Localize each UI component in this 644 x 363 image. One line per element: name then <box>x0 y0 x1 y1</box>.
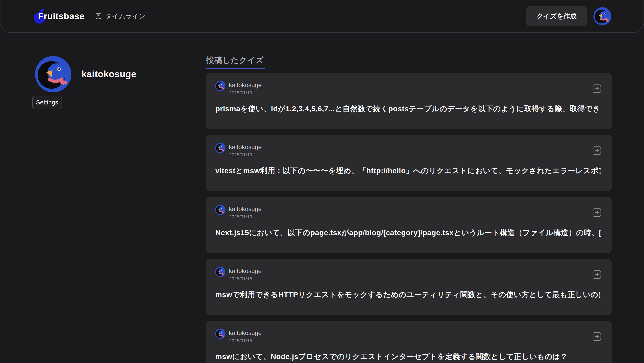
penguin-avatar-icon <box>594 7 611 25</box>
quiz-question-text: prismaを使い、idが1,2,3,4,5,6,7...と自然数で続くpost… <box>215 104 601 114</box>
card-author-name: kaitokosuge <box>229 268 262 275</box>
card-author-avatar <box>215 267 226 277</box>
quiz-list: kaitokosuge 2025/01/19 prismaを使い、idが1,2,… <box>206 73 612 363</box>
logo-text: Fruitsbase <box>38 11 84 21</box>
quiz-question-text: mswで利用できるHTTPリクエストをモックするためのユーティリティ関数と、その… <box>215 290 601 300</box>
card-date: 2025/01/15 <box>229 276 252 281</box>
quiz-question-text: Next.js15において、以下のpage.tsxがapp/blog/[cate… <box>215 228 601 238</box>
quiz-question-text: vitestとmsw利用：以下の〜〜〜を埋め、「http://hello」へのリ… <box>215 166 601 176</box>
profile-avatar <box>35 56 72 92</box>
card-author-avatar <box>215 205 226 215</box>
quiz-card[interactable]: kaitokosuge 2025/01/19 Next.js15において、以下の… <box>206 197 612 253</box>
quiz-card[interactable]: kaitokosuge 2025/01/15 mswにおいて、Node.jsプロ… <box>206 321 612 363</box>
profile-panel: kaitokosuge Settings <box>32 56 172 109</box>
logo[interactable]: Fruitsbase <box>33 0 84 33</box>
card-author-name: kaitokosuge <box>229 206 262 213</box>
open-quiz-arrow-icon[interactable] <box>592 146 601 155</box>
card-author-name: kaitokosuge <box>229 144 262 151</box>
quiz-card[interactable]: kaitokosuge 2025/01/19 vitestとmsw利用：以下の〜… <box>206 135 612 191</box>
card-author-avatar <box>215 329 226 339</box>
timeline-receipt-icon <box>95 12 102 20</box>
card-date: 2025/01/19 <box>229 214 252 219</box>
open-quiz-arrow-icon[interactable] <box>592 270 601 279</box>
open-quiz-arrow-icon[interactable] <box>592 208 601 217</box>
open-quiz-arrow-icon[interactable] <box>592 84 601 93</box>
quiz-card[interactable]: kaitokosuge 2025/01/15 mswで利用できるHTTPリクエス… <box>206 259 612 315</box>
nav-timeline-label: タイムライン <box>105 12 146 21</box>
top-navbar: Fruitsbase タイムライン クイズを作成 <box>0 0 644 33</box>
card-date: 2025/01/15 <box>229 338 252 343</box>
quiz-card[interactable]: kaitokosuge 2025/01/19 prismaを使い、idが1,2,… <box>206 73 612 129</box>
card-date: 2025/01/19 <box>229 152 252 157</box>
card-author-avatar <box>215 143 226 153</box>
nav-timeline-link[interactable]: タイムライン <box>95 12 146 21</box>
card-author-avatar <box>215 81 226 91</box>
quiz-question-text: mswにおいて、Node.jsプロセスでのリクエストインターセプトを定義する関数… <box>215 352 601 362</box>
card-author-name: kaitokosuge <box>229 82 262 89</box>
posted-quizzes-section: 投稿したクイズ kaitokosuge 2025/01/19 prismaを使い… <box>206 55 612 363</box>
profile-username: kaitokosuge <box>82 69 136 79</box>
open-quiz-arrow-icon[interactable] <box>592 332 601 341</box>
user-avatar[interactable] <box>594 7 611 25</box>
card-author-name: kaitokosuge <box>229 330 262 337</box>
create-quiz-button[interactable]: クイズを作成 <box>526 6 586 26</box>
card-date: 2025/01/19 <box>229 90 252 95</box>
settings-button[interactable]: Settings <box>32 96 62 109</box>
tab-posted-quizzes[interactable]: 投稿したクイズ <box>206 55 264 69</box>
